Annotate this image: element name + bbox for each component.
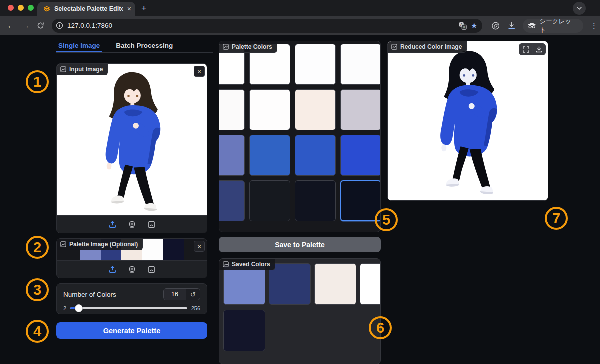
number-of-colors-input[interactable]: 16 ↺ [164, 288, 200, 300]
palette-swatch[interactable] [219, 180, 245, 221]
palette-swatch[interactable] [250, 135, 290, 176]
browser-menu-button[interactable]: ⋮ [590, 21, 598, 30]
image-icon [223, 44, 229, 50]
saved-swatch[interactable] [269, 263, 311, 305]
tab-batch-processing[interactable]: Batch Processing [114, 41, 175, 52]
annotation-circle-1: 1 [26, 70, 49, 93]
extension-icon[interactable] [492, 21, 500, 30]
clear-palette-image-button[interactable]: × [194, 241, 205, 252]
reduced-color-image-panel: Reduced Color Image [388, 41, 548, 201]
number-of-colors-block: Number of Colors 16 ↺ 2 256 [56, 283, 208, 314]
palette-swatch[interactable] [340, 135, 381, 176]
slider-handle[interactable] [75, 304, 83, 312]
image-icon [60, 66, 66, 72]
browser-window: Selectable Palette Editor × + ← → 127.0. [0, 0, 600, 364]
window-controls [8, 5, 34, 11]
image-icon [60, 241, 66, 247]
url-text: 127.0.0.1:7860 [68, 22, 455, 29]
palette-swatch[interactable] [295, 44, 336, 85]
slider-min-label: 2 [64, 305, 66, 311]
minimize-window-button[interactable] [18, 5, 24, 11]
paste-image-icon[interactable] [148, 265, 156, 274]
number-of-colors-label: Number of Colors [64, 291, 116, 298]
fullscreen-button[interactable] [520, 44, 532, 55]
palette-grid [219, 44, 381, 221]
palette-image-segment [142, 239, 164, 261]
reload-icon [37, 22, 44, 29]
back-button[interactable]: ← [4, 18, 18, 33]
palette-swatch[interactable] [219, 89, 245, 130]
browser-tab[interactable]: Selectable Palette Editor × [38, 2, 136, 16]
palette-swatch[interactable] [295, 180, 336, 221]
image-icon [223, 261, 229, 267]
close-window-button[interactable] [8, 5, 14, 11]
browser-tabstrip: Selectable Palette Editor × + [0, 0, 600, 16]
reduced-image-content [418, 46, 518, 197]
saved-swatch[interactable] [360, 263, 381, 305]
annotation-circle-3: 3 [26, 278, 49, 301]
gradio-app: Single Image Batch Processing [0, 35, 600, 364]
palette-image-segment [163, 239, 184, 261]
palette-swatch[interactable] [295, 89, 336, 130]
paste-image-icon[interactable] [148, 220, 156, 229]
palette-swatch[interactable] [340, 89, 381, 130]
input-source-toolbar [57, 215, 207, 233]
incognito-icon [528, 22, 536, 29]
palette-swatch[interactable] [340, 180, 381, 221]
saved-colors-label: Saved Colors [220, 259, 276, 270]
app-tab-bar: Single Image Batch Processing [56, 41, 214, 53]
saved-swatch[interactable] [224, 310, 266, 351]
number-of-colors-value[interactable]: 16 [164, 289, 186, 300]
translate-icon[interactable]: A a [459, 22, 467, 30]
bookmark-star-icon[interactable]: ★ [471, 21, 478, 30]
zoom-window-button[interactable] [28, 5, 34, 11]
input-image-area[interactable] [57, 64, 207, 216]
reduced-image-area[interactable] [388, 41, 548, 201]
upload-icon[interactable] [108, 265, 117, 274]
upload-icon[interactable] [108, 220, 117, 229]
palette-image-label: Palette Image (Optional) [57, 239, 143, 250]
palette-colors-label: Palette Colors [220, 41, 278, 53]
saved-grid [224, 263, 381, 351]
slider-max-label: 256 [192, 305, 200, 311]
annotation-circle-4: 4 [26, 320, 49, 343]
forward-button[interactable]: → [18, 18, 33, 33]
tab-title: Selectable Palette Editor [54, 5, 124, 12]
reload-button[interactable] [34, 18, 48, 33]
palette-swatch[interactable] [340, 44, 381, 85]
annotation-circle-7: 7 [545, 207, 568, 230]
webcam-icon[interactable] [128, 220, 136, 229]
palette-swatch[interactable] [250, 180, 290, 221]
palette-colors-gallery: Palette Colors [219, 41, 381, 232]
annotation-circle-2: 2 [26, 236, 49, 259]
incognito-label: シークレット [540, 17, 576, 34]
incognito-badge[interactable]: シークレット [523, 19, 584, 33]
generate-palette-button[interactable]: Generate Palette [56, 322, 208, 339]
saved-colors-gallery: Saved Colors [219, 258, 381, 364]
clear-input-image-button[interactable]: × [194, 66, 205, 77]
number-of-colors-slider[interactable] [70, 307, 188, 309]
webcam-icon[interactable] [128, 265, 136, 274]
palette-swatch[interactable] [250, 89, 290, 130]
svg-text:a: a [464, 25, 466, 28]
saved-swatch[interactable] [314, 263, 356, 305]
image-icon [392, 44, 398, 50]
palette-image-panel: Palette Image (Optional) × [56, 238, 208, 278]
fullscreen-icon [523, 46, 530, 53]
tab-single-image[interactable]: Single Image [56, 41, 102, 52]
downloads-icon[interactable] [508, 21, 516, 30]
save-to-palette-button[interactable]: Save to Palette [219, 237, 381, 252]
tab-close-icon[interactable]: × [128, 5, 132, 12]
reduced-color-image-label: Reduced Color Image [388, 41, 467, 53]
new-tab-button[interactable]: + [142, 3, 147, 13]
address-bar[interactable]: 127.0.0.1:7860 A a ★ [52, 19, 482, 33]
download-image-button[interactable] [532, 44, 546, 55]
palette-swatch[interactable] [219, 135, 245, 176]
input-image-content [84, 67, 181, 213]
tab-search-button[interactable] [573, 2, 586, 15]
input-image-label: Input Image [57, 64, 108, 75]
reset-icon[interactable]: ↺ [186, 289, 200, 300]
site-info-icon[interactable] [56, 22, 64, 29]
palette-swatch[interactable] [295, 135, 336, 176]
download-icon [536, 46, 542, 53]
